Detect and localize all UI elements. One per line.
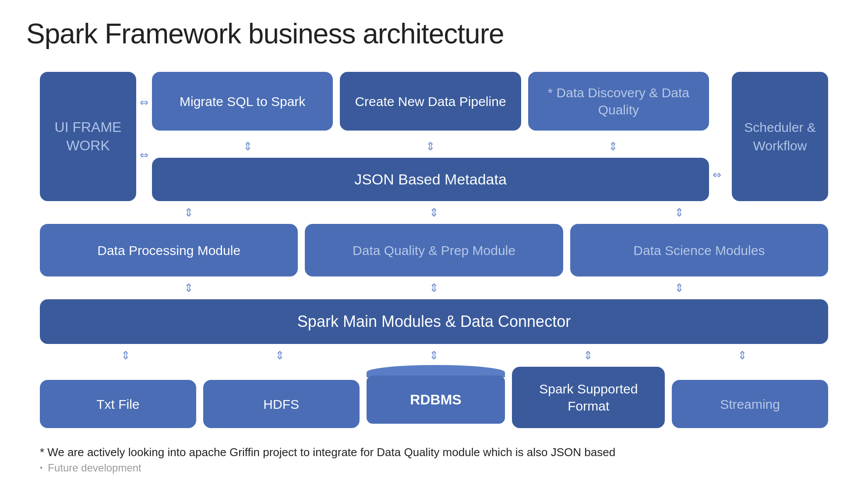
middle-section: Migrate SQL to Spark Create New Data Pip… [152, 72, 709, 201]
ui-framework-box: UI FRAME WORK [40, 72, 136, 201]
data-quality-box: Data Quality & Prep Module [305, 224, 563, 276]
future-dev-label: Future development [48, 462, 141, 474]
sched-arrows: ⇔ [709, 157, 725, 201]
spark-supported-box: Spark Supported Format [512, 367, 665, 428]
arrow-vb3: ⇕ [429, 349, 439, 362]
arrow-h-top: ⇔ [140, 96, 148, 109]
bottom-arrows: ⇕ ⇕ ⇕ ⇕ ⇕ [40, 344, 828, 367]
footer-note: * We are actively looking into apache Gr… [40, 446, 828, 459]
create-pipeline-box: Create New Data Pipeline [340, 72, 521, 131]
scheduler-box: Scheduler & Workflow [732, 72, 828, 201]
arrow-vs1: ⇕ [184, 281, 194, 295]
rdbms-box: RDBMS [367, 371, 505, 428]
migrate-sql-box: Migrate SQL to Spark [152, 72, 333, 131]
arrow-vb1: ⇕ [121, 349, 131, 362]
spark-main-row: Spark Main Modules & Data Connector [40, 299, 828, 344]
rdbms-cylinder: RDBMS [367, 371, 505, 428]
arrow-vb5: ⇕ [737, 349, 747, 362]
rdbms-label: RDBMS [367, 376, 505, 424]
hdfs-box: HDFS [203, 380, 360, 428]
arrow-h-bottom: ⇔ [140, 149, 148, 161]
arrow-vb4: ⇕ [583, 349, 593, 362]
diagram-container: UI FRAME WORK ⇔ ⇔ Migrate SQL to Spark C… [40, 72, 828, 474]
txt-file-box: Txt File [40, 380, 196, 428]
arrow-v3: ⇕ [608, 140, 618, 153]
top-row-boxes: Migrate SQL to Spark Create New Data Pip… [152, 72, 709, 131]
arrow-vs3: ⇕ [674, 281, 684, 295]
data-science-box: Data Science Modules [570, 224, 828, 276]
top-arrows-down: ⇕ ⇕ ⇕ [152, 135, 709, 158]
data-discovery-box: * Data Discovery & Data Quality [528, 72, 709, 131]
arrow-vb2: ⇕ [275, 349, 285, 362]
row1-layout: UI FRAME WORK ⇔ ⇔ Migrate SQL to Spark C… [40, 72, 828, 201]
future-dev: • Future development [40, 462, 828, 474]
ui-arrows: ⇔ ⇔ [136, 72, 152, 186]
streaming-box: Streaming [672, 380, 828, 428]
arrow-v2: ⇕ [426, 140, 435, 153]
json-metadata-box: JSON Based Metadata [152, 158, 709, 201]
row3: Txt File HDFS RDBMS Spark Supported Form… [40, 367, 828, 428]
spark-main-box: Spark Main Modules & Data Connector [40, 299, 828, 344]
arrow-h-sched: ⇔ [713, 169, 721, 181]
arrow-vm3: ⇕ [674, 206, 684, 220]
bullet-icon: • [40, 464, 42, 473]
arrow-vs2: ⇕ [429, 281, 439, 295]
row2: Data Processing Module Data Quality & Pr… [40, 224, 828, 276]
data-processing-box: Data Processing Module [40, 224, 298, 276]
mid-arrows-down: ⇕ ⇕ ⇕ [40, 201, 828, 224]
arrow-v1: ⇕ [243, 140, 253, 153]
spark-arrows-down: ⇕ ⇕ ⇕ [40, 276, 828, 299]
arrow-vm1: ⇕ [184, 206, 194, 220]
page-title: Spark Framework business architecture [26, 18, 842, 50]
arrow-vm2: ⇕ [429, 206, 439, 220]
